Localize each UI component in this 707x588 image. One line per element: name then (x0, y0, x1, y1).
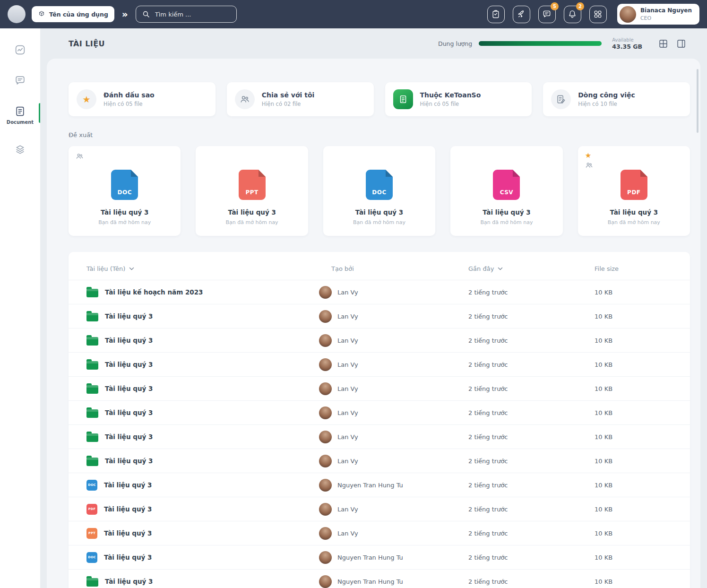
column-header-name[interactable]: Tài liệu (Tên) (86, 265, 319, 272)
folder-icon (86, 289, 98, 297)
table-row[interactable]: Tài liệu quý 3 Lan Vy 2 tiếng trước 10 K… (69, 424, 690, 449)
table-row[interactable]: DOC Tài liệu quý 3 Nguyen Tran Hung Tu 2… (69, 473, 690, 497)
storage-available: Available 43.35 GB (612, 37, 642, 50)
creator-cell: Lan Vy (319, 382, 468, 395)
creator-name: Lan Vy (337, 337, 358, 344)
table-row[interactable]: PPT Tài liệu quý 3 Lan Vy 2 tiếng trước … (69, 521, 690, 545)
stat-card[interactable]: Thuộc KeToanSo Hiện có 05 file (385, 82, 532, 116)
messages-button[interactable]: 5 (538, 6, 556, 23)
file-size-cell: 10 KB (595, 482, 690, 489)
available-label: Available (612, 37, 633, 43)
column-header-size: File size (595, 265, 690, 272)
stat-card-row: ★ Đánh dấu sao Hiện có 05 file (69, 82, 690, 116)
vertical-scrollbar[interactable] (697, 69, 698, 133)
column-header-recent[interactable]: Gần đây (468, 265, 595, 272)
table-row[interactable]: Tài liệu quý 3 Lan Vy 2 tiếng trước 10 K… (69, 449, 690, 473)
stat-card-subtitle: Hiện có 05 file (420, 101, 481, 107)
creator-avatar (319, 334, 332, 347)
table-row[interactable]: Tài liệu quý 3 Lan Vy 2 tiếng trước 10 K… (69, 352, 690, 376)
stat-card-title: Đánh dấu sao (103, 91, 155, 99)
stat-card-text: Thuộc KeToanSo Hiện có 05 file (420, 91, 481, 107)
layers-icon (14, 144, 26, 156)
creator-avatar (319, 382, 332, 395)
suggestions-label: Đề xuất (69, 131, 690, 138)
creator-avatar (319, 406, 332, 419)
creator-name: Lan Vy (337, 361, 358, 368)
file-card[interactable]: DOC Tài liệu quý 3 Bạn đã mở hôm nay (323, 146, 435, 236)
search-icon (142, 10, 151, 19)
sidebar-item-chat[interactable] (0, 71, 40, 90)
column-view-button[interactable] (676, 39, 686, 49)
shared-people-icon (585, 161, 593, 169)
creator-avatar (319, 358, 332, 371)
file-size-cell: 10 KB (595, 578, 690, 585)
document-name-cell: DOC Tài liệu quý 3 (86, 552, 319, 563)
file-type-icon: PPT (239, 170, 266, 200)
table-row[interactable]: Tài liệu quý 3 Lan Vy 2 tiếng trước 10 K… (69, 376, 690, 400)
table-row[interactable]: Tài liệu quý 3 Lan Vy 2 tiếng trước 10 K… (69, 304, 690, 328)
company-logo-avatar[interactable] (8, 5, 26, 23)
page-corner-decoration (640, 170, 647, 177)
file-type-icon: PDF (621, 170, 647, 200)
creator-name: Lan Vy (337, 530, 358, 537)
creator-cell: Lan Vy (319, 431, 468, 443)
sidebar-item-dashboard[interactable] (0, 41, 40, 59)
file-card-title: Tài liệu quý 3 (69, 208, 181, 216)
file-type-chip-icon: PPT (86, 528, 97, 539)
search-box (136, 6, 237, 23)
file-card-subtitle: Bạn đã mở hôm nay (323, 219, 435, 225)
file-size-cell: 10 KB (595, 554, 690, 561)
tasks-button[interactable] (487, 6, 505, 23)
table-row[interactable]: PDF Tài liệu quý 3 Lan Vy 2 tiếng trước … (69, 497, 690, 521)
shared-people-icon (76, 152, 84, 160)
page-corner-decoration (513, 170, 520, 177)
grid-view-icon (658, 39, 668, 49)
user-menu[interactable]: Bianaca Nguyen CEO (617, 4, 699, 25)
search-input[interactable] (155, 11, 221, 18)
stat-card-text: Chia sẻ với tôi Hiện có 02 file (262, 91, 315, 107)
creator-cell: Lan Vy (319, 527, 468, 540)
storage-progress-bar (479, 41, 602, 46)
table-row[interactable]: Tài liệu quý 3 Lan Vy 2 tiếng trước 10 K… (69, 328, 690, 352)
stat-card[interactable]: ★ Đánh dấu sao Hiện có 05 file (69, 82, 216, 116)
messages-badge: 5 (551, 2, 559, 10)
notifications-button[interactable]: 2 (564, 6, 581, 23)
document-name: Tài liệu quý 3 (105, 337, 153, 344)
file-card-subtitle: Bạn đã mở hôm nay (450, 219, 562, 225)
file-card[interactable]: PPT Tài liệu quý 3 Bạn đã mở hôm nay (196, 146, 308, 236)
file-size-cell: 10 KB (595, 385, 690, 392)
table-row[interactable]: Tài liệu quý 3 Nguyen Tran Hung Tu 2 tiế… (69, 569, 690, 588)
grid-view-button[interactable] (658, 39, 668, 49)
app-name-button[interactable]: Tên của ứng dụng (32, 6, 114, 22)
file-card[interactable]: ★ PDF Tài liệu quý 3 Bạn đã mở hôm nay (578, 146, 690, 236)
creator-avatar (319, 455, 332, 467)
creator-avatar (319, 310, 332, 323)
document-name-cell: PDF Tài liệu quý 3 (86, 504, 319, 515)
table-row[interactable]: Tài liệu kế hoạch năm 2023 Lan Vy 2 tiến… (69, 280, 690, 304)
folder-icon (86, 337, 98, 346)
creator-cell: Nguyen Tran Hung Tu (319, 575, 468, 588)
stat-card[interactable]: Chia sẻ với tôi Hiện có 02 file (227, 82, 374, 116)
file-card[interactable]: DOC Tài liệu quý 3 Bạn đã mở hôm nay (69, 146, 181, 236)
table-row[interactable]: Tài liệu quý 3 Lan Vy 2 tiếng trước 10 K… (69, 400, 690, 424)
stat-card-subtitle: Hiện có 05 file (103, 101, 155, 107)
sidebar-item-document[interactable]: Document (0, 102, 40, 128)
file-size-cell: 10 KB (595, 458, 690, 465)
apps-button[interactable] (589, 6, 607, 23)
recent-cell: 2 tiếng trước (468, 361, 595, 368)
file-card-subtitle: Bạn đã mở hôm nay (578, 219, 690, 225)
rocket-button[interactable] (513, 6, 530, 23)
creator-avatar (319, 503, 332, 516)
creator-cell: Lan Vy (319, 406, 468, 419)
file-card[interactable]: CSV Tài liệu quý 3 Bạn đã mở hôm nay (450, 146, 562, 236)
folder-icon (86, 361, 98, 370)
creator-name: Nguyen Tran Hung Tu (337, 578, 403, 585)
table-row[interactable]: DOC Tài liệu quý 3 Nguyen Tran Hung Tu 2… (69, 545, 690, 569)
recent-cell: 2 tiếng trước (468, 458, 595, 465)
stat-card-text: Dòng công việc Hiện có 10 file (578, 91, 635, 107)
file-type-label: PDF (621, 189, 647, 196)
stat-card[interactable]: Dòng công việc Hiện có 10 file (543, 82, 690, 116)
document-name-cell: DOC Tài liệu quý 3 (86, 480, 319, 491)
sidebar-item-layers[interactable] (0, 140, 40, 159)
double-chevron-icon[interactable]: » (122, 9, 128, 19)
